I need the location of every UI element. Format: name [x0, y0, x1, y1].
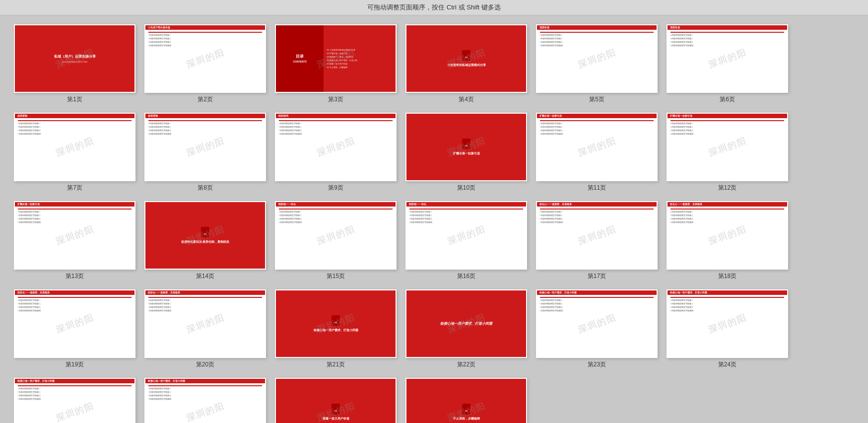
slide-thumb-3: 深圳的阳 目录CONTENTS 01 小先觉常的私域运营模式分享 02 扩圈水落…	[275, 24, 397, 93]
slide-item-13[interactable]: 深圳的阳 扩圈水落一拉新引流 ▪ 内容详情说明文字段落一 ▪ 内容详情说明文字段…	[14, 201, 135, 281]
slide-label-3: 第3页	[328, 95, 343, 104]
slide-label-8: 第8页	[198, 184, 213, 192]
slide-item-28[interactable]: 深圳的阳 04 不止系统，步骤超纲 第28页	[405, 378, 527, 423]
slide-label-17: 第17页	[588, 272, 606, 281]
slide-item-6[interactable]: 深圳的阳 顶层价值 ▪ 内容详情说明文字段落一 ▪ 内容详情说明文字段落二 ▪ …	[667, 24, 788, 104]
slide-item-15[interactable]: 深圳的阳 制胜独一一体化 ▪ 内容详情说明文字段落一 ▪ 内容详情说明文字段落二…	[275, 201, 397, 281]
slide-item-24[interactable]: 深圳的阳 给接心地一用户需求、打造小闭塞 ▪ 内容详情说明文字段落一 ▪ 内容详…	[667, 289, 788, 369]
slide-item-20[interactable]: 深圳的阳 软软化一一道推荐、关系链系 ▪ 内容详情说明文字段落一 ▪ 内容详情说…	[144, 289, 266, 369]
slide-thumb-22: 深圳的阳 给接心地一用户需求、打造小闭塞	[405, 289, 527, 358]
slide-label-5: 第5页	[589, 95, 604, 104]
slide-item-9[interactable]: 深圳的阳 组织协同 ▪ 内容详情说明文字段落一 ▪ 内容详情说明文字段落二 ▪ …	[275, 113, 397, 192]
slide-label-20: 第20页	[196, 360, 214, 369]
slide-item-7[interactable]: 深圳的阳 底层逻辑 ▪ 内容详情说明文字段落一 ▪ 内容详情说明文字段落二 ▪ …	[14, 113, 135, 192]
slide-thumb-6: 深圳的阳 顶层价值 ▪ 内容详情说明文字段落一 ▪ 内容详情说明文字段落二 ▪ …	[667, 24, 788, 93]
slide-thumb-4: 深圳的阳 02 小先觉常的私域运营模式分享	[405, 24, 527, 93]
slide-item-14[interactable]: 深圳的阳 05 促进转化新玩法 差异化制，复制机机 第14页	[144, 201, 266, 281]
hint-text: 可拖动调整页面顺序，按住 Ctrl 或 Shift 键多选	[367, 3, 501, 11]
slide-thumb-19: 深圳的阳 软软化一一道推荐、关系链系 ▪ 内容详情说明文字段落一 ▪ 内容详情说…	[14, 289, 135, 358]
slide-thumb-26: 深圳的阳 给接心地一用户需求、打造小闭塞 ▪ 内容详情说明文字段落一 ▪ 内容详…	[144, 378, 266, 423]
slide-label-9: 第9页	[328, 184, 343, 192]
slide-thumb-7: 深圳的阳 底层逻辑 ▪ 内容详情说明文字段落一 ▪ 内容详情说明文字段落二 ▪ …	[14, 113, 135, 181]
slide-item-26[interactable]: 深圳的阳 给接心地一用户需求、打造小闭塞 ▪ 内容详情说明文字段落一 ▪ 内容详…	[144, 378, 266, 423]
slide-thumb-16: 深圳的阳 制胜独一一体化 ▪ 内容详情说明文字段落一 ▪ 内容详情说明文字段落二…	[405, 201, 527, 270]
slide-label-14: 第14页	[196, 272, 214, 281]
slide-item-22[interactable]: 深圳的阳 给接心地一用户需求、打造小闭塞 第22页	[405, 289, 527, 369]
slide-thumb-9: 深圳的阳 组织协同 ▪ 内容详情说明文字段落一 ▪ 内容详情说明文字段落二 ▪ …	[275, 113, 397, 181]
slide-thumb-13: 深圳的阳 扩圈水落一拉新引流 ▪ 内容详情说明文字段落一 ▪ 内容详情说明文字段…	[14, 201, 135, 270]
slide-item-16[interactable]: 深圳的阳 制胜独一一体化 ▪ 内容详情说明文字段落一 ▪ 内容详情说明文字段落二…	[405, 201, 527, 281]
slide-item-18[interactable]: 深圳的阳 软化心一一道推荐、关系链系 ▪ 内容详情说明文字段落一 ▪ 内容详情说…	[667, 201, 788, 281]
slide-item-25[interactable]: 深圳的阳 给接心地一用户需求、打造小闭塞 ▪ 内容详情说明文字段落一 ▪ 内容详…	[14, 378, 135, 423]
slide-item-10[interactable]: 深圳的阳 04 扩圈水落一拉新引流 第10页	[405, 113, 527, 192]
slide-item-8[interactable]: 深圳的阳 底层逻辑 ▪ 内容详情说明文字段落一 ▪ 内容详情说明文字段落二 ▪ …	[144, 113, 266, 192]
slide-item-23[interactable]: 深圳的阳 给接心地一用户需求、打造小闭塞 ▪ 内容详情说明文字段落一 ▪ 内容详…	[536, 289, 658, 369]
slide-label-11: 第11页	[588, 184, 606, 192]
slide-item-11[interactable]: 深圳的阳 扩圈水落一拉新引流 ▪ 内容详情说明文字段落一 ▪ 内容详情说明文字段…	[536, 113, 658, 192]
slide-thumb-1: 深圳的阳 私域（用户）运营实操分享 如何实现流量及全域用户增长	[14, 24, 135, 93]
slide-item-3[interactable]: 深圳的阳 目录CONTENTS 01 小先觉常的私域运营模式分享 02 扩圈水落…	[275, 24, 397, 104]
slide-item-2[interactable]: 深圳的阳 小先用户部分基本盘 ▪ 内容详情说明文字段落一 ▪ 内容详情说明文字段…	[144, 24, 266, 104]
slide-label-15: 第15页	[327, 272, 345, 281]
slide-label-10: 第10页	[457, 184, 475, 192]
slide-label-23: 第23页	[588, 360, 606, 369]
slide-thumb-20: 深圳的阳 软软化一一道推荐、关系链系 ▪ 内容详情说明文字段落一 ▪ 内容详情说…	[144, 289, 266, 358]
slide-thumb-27: 深圳的阳 04 搭建一放大用户价值	[275, 378, 397, 423]
slide-thumb-5: 深圳的阳 顶层价值 ▪ 内容详情说明文字段落一 ▪ 内容详情说明文字段落二 ▪ …	[536, 24, 658, 93]
slide-thumb-17: 深圳的阳 软化心一一道推荐、关系链系 ▪ 内容详情说明文字段落一 ▪ 内容详情说…	[536, 201, 658, 270]
slide-label-12: 第12页	[718, 184, 736, 192]
slide-thumb-8: 深圳的阳 底层逻辑 ▪ 内容详情说明文字段落一 ▪ 内容详情说明文字段落二 ▪ …	[144, 113, 266, 181]
slides-grid: 深圳的阳 私域（用户）运营实操分享 如何实现流量及全域用户增长 第1页 深圳的阳…	[0, 15, 868, 423]
slide-label-1: 第1页	[67, 95, 82, 104]
slide-item-5[interactable]: 深圳的阳 顶层价值 ▪ 内容详情说明文字段落一 ▪ 内容详情说明文字段落二 ▪ …	[536, 24, 658, 104]
slide-label-24: 第24页	[718, 360, 736, 369]
slide-label-6: 第6页	[720, 95, 735, 104]
slide-thumb-25: 深圳的阳 给接心地一用户需求、打造小闭塞 ▪ 内容详情说明文字段落一 ▪ 内容详…	[14, 378, 135, 423]
slide-label-19: 第19页	[66, 360, 84, 369]
slide-thumb-23: 深圳的阳 给接心地一用户需求、打造小闭塞 ▪ 内容详情说明文字段落一 ▪ 内容详…	[536, 289, 658, 358]
slide-item-21[interactable]: 深圳的阳 02 给接心地一用户需求、打造小闭塞 第21页	[275, 289, 397, 369]
slide-item-27[interactable]: 深圳的阳 04 搭建一放大用户价值 第27页	[275, 378, 397, 423]
slide-item-1[interactable]: 深圳的阳 私域（用户）运营实操分享 如何实现流量及全域用户增长 第1页	[14, 24, 135, 104]
slide-thumb-12: 深圳的阳 扩圈水落一拉新引流 ▪ 内容详情说明文字段落一 ▪ 内容详情说明文字段…	[667, 113, 788, 181]
slide-label-7: 第7页	[67, 184, 82, 192]
slide-thumb-28: 深圳的阳 04 不止系统，步骤超纲	[405, 378, 527, 423]
slide-label-16: 第16页	[457, 272, 475, 281]
slide-label-4: 第4页	[459, 95, 474, 104]
slide-thumb-21: 深圳的阳 02 给接心地一用户需求、打造小闭塞	[275, 289, 397, 358]
slide-thumb-15: 深圳的阳 制胜独一一体化 ▪ 内容详情说明文字段落一 ▪ 内容详情说明文字段落二…	[275, 201, 397, 270]
slide-item-4[interactable]: 深圳的阳 02 小先觉常的私域运营模式分享 第4页	[405, 24, 527, 104]
slide-thumb-11: 深圳的阳 扩圈水落一拉新引流 ▪ 内容详情说明文字段落一 ▪ 内容详情说明文字段…	[536, 113, 658, 181]
top-hint-bar: 可拖动调整页面顺序，按住 Ctrl 或 Shift 键多选	[0, 0, 868, 15]
slide-label-22: 第22页	[457, 360, 475, 369]
slide-thumb-2: 深圳的阳 小先用户部分基本盘 ▪ 内容详情说明文字段落一 ▪ 内容详情说明文字段…	[144, 24, 266, 93]
slide-thumb-18: 深圳的阳 软化心一一道推荐、关系链系 ▪ 内容详情说明文字段落一 ▪ 内容详情说…	[667, 201, 788, 270]
slide-thumb-10: 深圳的阳 04 扩圈水落一拉新引流	[405, 113, 527, 181]
slide-thumb-14: 深圳的阳 05 促进转化新玩法 差异化制，复制机机	[144, 201, 266, 270]
slide-item-12[interactable]: 深圳的阳 扩圈水落一拉新引流 ▪ 内容详情说明文字段落一 ▪ 内容详情说明文字段…	[667, 113, 788, 192]
slide-thumb-24: 深圳的阳 给接心地一用户需求、打造小闭塞 ▪ 内容详情说明文字段落一 ▪ 内容详…	[667, 289, 788, 358]
slide-label-18: 第18页	[718, 272, 736, 281]
slide-label-21: 第21页	[327, 360, 345, 369]
slide-item-19[interactable]: 深圳的阳 软软化一一道推荐、关系链系 ▪ 内容详情说明文字段落一 ▪ 内容详情说…	[14, 289, 135, 369]
slide-label-13: 第13页	[66, 272, 84, 281]
slide-item-17[interactable]: 深圳的阳 软化心一一道推荐、关系链系 ▪ 内容详情说明文字段落一 ▪ 内容详情说…	[536, 201, 658, 281]
slide-label-2: 第2页	[198, 95, 213, 104]
